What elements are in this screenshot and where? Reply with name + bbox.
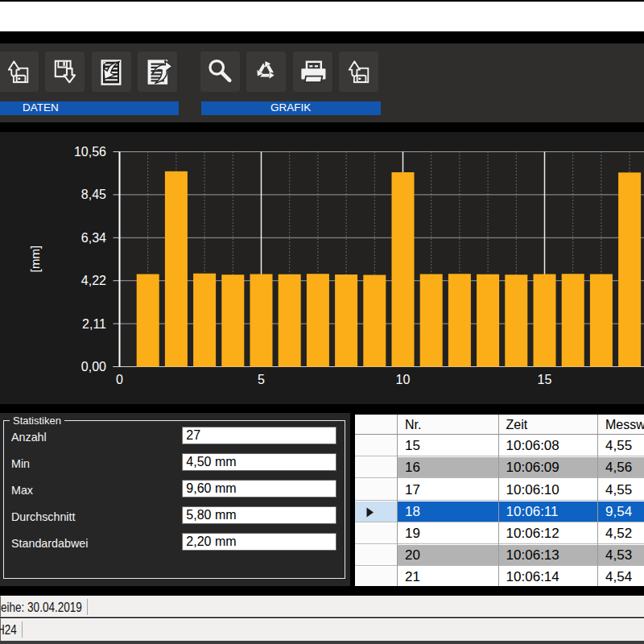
svg-text:6,34: 6,34 <box>81 230 106 244</box>
svg-text:4,22: 4,22 <box>81 274 106 287</box>
svg-text:10,56: 10,56 <box>74 145 106 159</box>
svg-text:10: 10 <box>396 373 411 386</box>
svg-text:5: 5 <box>258 373 265 386</box>
svg-text:[mm]: [mm] <box>28 245 42 271</box>
svg-text:0,00: 0,00 <box>81 360 106 374</box>
svg-text:2,11: 2,11 <box>82 316 106 330</box>
svg-text:8,45: 8,45 <box>81 188 106 201</box>
svg-text:0: 0 <box>116 373 123 386</box>
svg-text:15: 15 <box>538 373 552 386</box>
